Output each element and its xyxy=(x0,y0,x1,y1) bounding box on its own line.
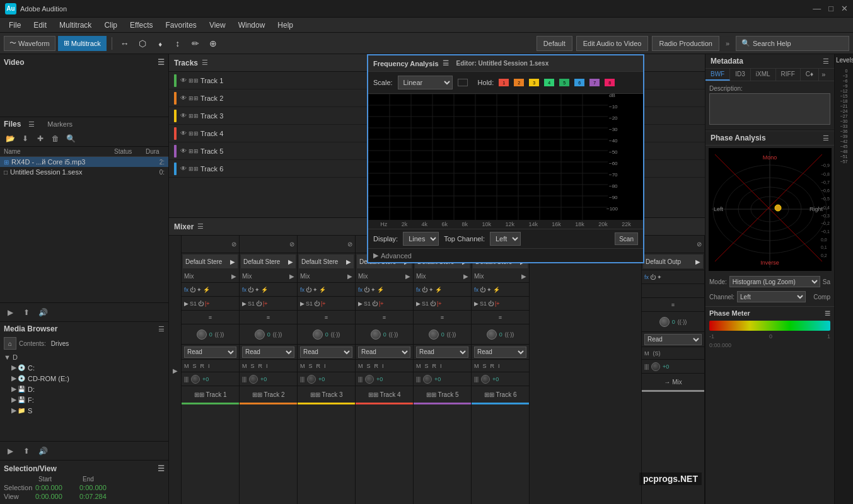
track-mono-6[interactable]: ⊞⊞ xyxy=(189,166,199,172)
ch1-meter-knob[interactable] xyxy=(191,375,200,384)
waveform-btn[interactable]: 〜 Waveform xyxy=(4,36,55,51)
ch6-edit-icon[interactable]: ✦ xyxy=(487,287,492,293)
ch4-s-btn[interactable]: S xyxy=(367,363,371,369)
ch4-i-btn[interactable]: I xyxy=(382,363,384,369)
ch5-meter-knob[interactable] xyxy=(423,375,432,384)
tool-select[interactable]: ⬡ xyxy=(135,36,150,51)
phase-menu-icon[interactable]: ☰ xyxy=(823,134,829,142)
ch2-fx-label[interactable]: fx xyxy=(242,287,247,293)
ch3-mix[interactable]: Mix ▶ xyxy=(298,270,355,282)
tool-hybrid[interactable]: ⊕ xyxy=(206,36,221,51)
selection-menu-icon[interactable]: ☰ xyxy=(158,464,165,473)
tab-ixml[interactable]: iXML xyxy=(751,69,776,81)
tree-item[interactable]: ▶ 💾 F: xyxy=(0,394,168,405)
ch3-read-select[interactable]: Read xyxy=(300,346,352,358)
menubar-item-effects[interactable]: Effects xyxy=(124,20,159,31)
master-edit-icon[interactable]: ✦ xyxy=(657,274,662,280)
hold-btn-1[interactable]: 1 xyxy=(499,79,509,86)
search-file-btn[interactable]: 🔍 xyxy=(64,132,77,145)
ch1-mix[interactable]: Mix ▶ xyxy=(182,270,239,282)
ch6-knob[interactable] xyxy=(487,329,497,340)
browser-volume-btn[interactable]: 🔊 xyxy=(37,445,49,457)
ch2-s-btn[interactable]: S xyxy=(251,363,255,369)
ch3-knob[interactable] xyxy=(313,329,323,340)
mixer-menu-icon[interactable]: ☰ xyxy=(197,222,204,231)
phase-mode-select[interactable]: Histogram (Log Zoom) xyxy=(729,276,820,287)
master-eq-icon[interactable]: ≡ xyxy=(671,302,675,308)
ch6-i-btn[interactable]: I xyxy=(498,363,500,369)
close-btn[interactable]: ✕ xyxy=(841,4,848,13)
track-eye-1[interactable]: 👁 xyxy=(180,77,187,84)
ch3-send-val[interactable]: |+ xyxy=(321,301,326,307)
delete-btn[interactable]: 🗑 xyxy=(49,132,62,145)
menubar-item-clip[interactable]: Clip xyxy=(98,20,124,31)
master-read-select[interactable]: Read xyxy=(644,334,702,345)
files-menu-icon[interactable]: ☰ xyxy=(28,120,35,129)
menubar-item-multitrack[interactable]: Multitrack xyxy=(53,20,98,31)
ch2-eq-icon[interactable]: ≡ xyxy=(267,314,270,321)
ch3-route[interactable]: Default Stere ▶ xyxy=(299,255,354,268)
ch4-edit-icon[interactable]: ✦ xyxy=(371,287,376,293)
tab-edit-audio[interactable]: Edit Audio to Video xyxy=(576,36,649,51)
ch1-knob[interactable] xyxy=(197,329,207,340)
ch3-lightning-icon[interactable]: ⚡ xyxy=(319,287,326,293)
tool-move[interactable]: ↔ xyxy=(117,36,132,51)
ch4-mix[interactable]: Mix ▶ xyxy=(356,270,413,282)
metadata-menu-icon[interactable]: ☰ xyxy=(823,57,829,66)
ch2-m-btn[interactable]: M xyxy=(242,363,247,369)
markers-tab[interactable]: Markers xyxy=(47,120,73,128)
tree-item[interactable]: ▶ 💿 C: xyxy=(0,362,168,373)
track-mono-5[interactable]: ⊞⊞ xyxy=(189,148,199,154)
ch4-read-select[interactable]: Read xyxy=(358,346,410,358)
ch2-meter-knob[interactable] xyxy=(249,375,258,384)
menubar-item-favorites[interactable]: Favorites xyxy=(160,20,203,31)
track-mono-1[interactable]: ⊞⊞ xyxy=(189,77,199,84)
more-tabs-icon[interactable]: » xyxy=(819,69,828,81)
ch1-power-icon[interactable]: ⏻ xyxy=(190,287,195,293)
search-box[interactable]: 🔍 Search Help xyxy=(736,36,849,51)
ch1-i-btn[interactable]: I xyxy=(208,363,210,369)
tab-bwf[interactable]: BWF xyxy=(705,69,730,81)
list-item[interactable]: □ Untitled Session 1.sesx 0: xyxy=(0,167,168,177)
hold-btn-4[interactable]: 4 xyxy=(544,79,554,86)
display-select[interactable]: Lines xyxy=(403,232,439,246)
view-start[interactable]: 0:00.000 xyxy=(35,493,79,500)
ch2-power-icon[interactable]: ⏻ xyxy=(248,287,253,293)
menubar-item-help[interactable]: Help xyxy=(271,20,299,31)
ch4-r-btn[interactable]: R xyxy=(374,363,379,369)
phase-channel-select[interactable]: Left Right xyxy=(737,291,806,302)
ch1-m-btn[interactable]: M xyxy=(184,363,189,369)
ch2-bypass-icon[interactable]: ⊘ xyxy=(289,241,294,248)
description-input[interactable] xyxy=(709,93,830,125)
ch3-pan-icon[interactable]: ((·)) xyxy=(331,331,340,338)
ch2-route[interactable]: Default Stere ▶ xyxy=(241,255,296,268)
tree-item[interactable]: ▶ 💾 D: xyxy=(0,384,168,394)
view-end[interactable]: 0:07.284 xyxy=(79,493,124,500)
ch5-power-icon[interactable]: ⏻ xyxy=(422,287,427,293)
master-power-icon[interactable]: ⏻ xyxy=(650,274,656,280)
ch3-fx-label[interactable]: fx xyxy=(300,287,305,293)
ch1-bypass-icon[interactable]: ⊘ xyxy=(231,241,236,248)
home-btn[interactable]: ⌂ xyxy=(4,337,16,350)
ch5-fx-label[interactable]: fx xyxy=(416,287,421,293)
ch2-send-val[interactable]: |+ xyxy=(263,301,268,307)
ch5-send-val[interactable]: |+ xyxy=(437,301,442,307)
tool-razor[interactable]: ⬧ xyxy=(153,36,168,51)
track-eye-3[interactable]: 👁 xyxy=(180,112,187,119)
ch5-m-btn[interactable]: M xyxy=(416,363,421,369)
ch1-pan-icon[interactable]: ((·)) xyxy=(215,331,224,338)
ch2-knob[interactable] xyxy=(255,329,265,340)
ch4-m-btn[interactable]: M xyxy=(358,363,363,369)
ch2-lightning-icon[interactable]: ⚡ xyxy=(261,287,268,293)
ch2-pan-icon[interactable]: ((·)) xyxy=(273,331,282,338)
hold-btn-8[interactable]: 8 xyxy=(605,79,615,86)
multitrack-btn[interactable]: ⊞ Multitrack xyxy=(58,36,107,51)
ch4-pan-icon[interactable]: ((·)) xyxy=(389,331,398,338)
tab-radio-prod[interactable]: Radio Production xyxy=(652,36,719,51)
tab-c[interactable]: C♦ xyxy=(801,69,819,81)
tracks-menu-icon[interactable]: ☰ xyxy=(202,59,208,67)
ch4-fx-label[interactable]: fx xyxy=(358,287,363,293)
ch3-i-btn[interactable]: I xyxy=(324,363,326,369)
ch3-edit-icon[interactable]: ✦ xyxy=(313,287,318,293)
import-btn[interactable]: ⬇ xyxy=(19,132,32,145)
